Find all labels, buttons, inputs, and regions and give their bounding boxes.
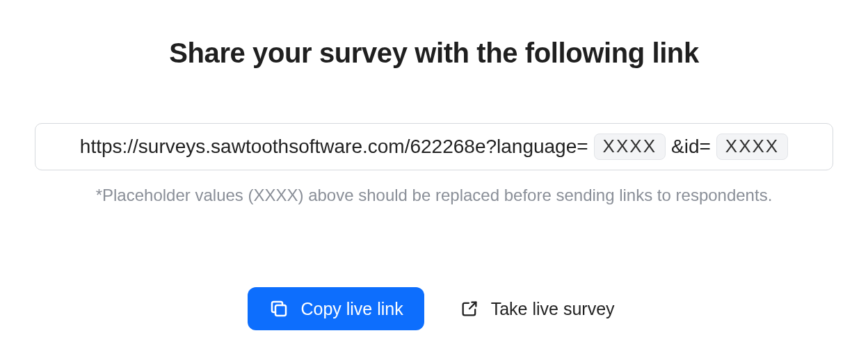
copy-button-label: Copy live link [300, 299, 403, 319]
take-survey-button-label: Take live survey [491, 299, 615, 319]
svg-line-1 [469, 302, 476, 309]
survey-url-box[interactable]: https://surveys.sawtoothsoftware.com/622… [35, 123, 833, 170]
action-row: Copy live link Take live survey [248, 287, 620, 330]
copy-icon [268, 298, 289, 319]
helper-text: *Placeholder values (XXXX) above should … [96, 186, 773, 205]
take-live-survey-button[interactable]: Take live survey [453, 287, 620, 330]
share-survey-card: Share your survey with the following lin… [0, 0, 868, 356]
placeholder-chip-language: XXXX [594, 134, 666, 160]
url-segment-id: &id= [671, 136, 711, 158]
copy-live-link-button[interactable]: Copy live link [248, 287, 424, 330]
external-link-icon [459, 298, 480, 319]
placeholder-chip-id: XXXX [716, 134, 788, 160]
page-title: Share your survey with the following lin… [169, 38, 699, 69]
url-segment-base: https://surveys.sawtoothsoftware.com/622… [80, 136, 588, 158]
svg-rect-0 [275, 305, 286, 316]
